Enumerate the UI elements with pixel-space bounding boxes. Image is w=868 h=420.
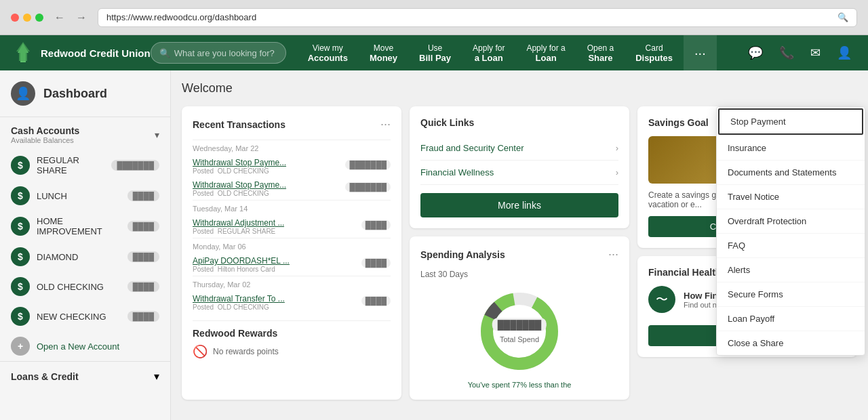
transaction-amount: ████ bbox=[361, 220, 391, 230]
dropdown-item-loan-payoff[interactable]: Loan Payoff bbox=[717, 307, 865, 331]
nav-more-button[interactable]: ··· bbox=[684, 35, 717, 70]
chevron-right-icon: › bbox=[616, 167, 618, 177]
quick-links-header: Quick Links bbox=[420, 117, 618, 128]
transaction-meta: Posted OLD CHECKING bbox=[193, 303, 285, 311]
chevron-right-icon: › bbox=[616, 143, 618, 153]
account-icon-old-checking: $ bbox=[11, 277, 30, 296]
open-account-icon: + bbox=[11, 337, 30, 356]
spending-analysis-title: Spending Analysis bbox=[420, 249, 505, 260]
account-icon-regular-share: $ bbox=[11, 156, 30, 175]
account-balance: ████ bbox=[127, 311, 159, 322]
donut-chart-container: ███████ Total Spend You've spent 77% les… bbox=[420, 287, 618, 389]
nav-items: View my Accounts Move Money Use Bill Pay… bbox=[297, 35, 743, 70]
quick-link-label: Financial Wellness bbox=[420, 167, 494, 177]
back-button[interactable]: ← bbox=[52, 9, 68, 26]
transaction-meta: Posted Hilton Honors Card bbox=[193, 266, 290, 273]
account-balance: ████ bbox=[127, 221, 159, 232]
account-item-regular-share[interactable]: $ REGULAR SHARE ███████ bbox=[0, 150, 170, 181]
maximize-button[interactable] bbox=[35, 14, 43, 22]
total-spend-amount: ███████ bbox=[492, 318, 547, 331]
nav-apply-loan-2[interactable]: Apply for a Loan bbox=[515, 35, 576, 70]
mail-button[interactable]: ✉ bbox=[805, 40, 826, 66]
nav-card-disputes[interactable]: Card Disputes bbox=[625, 35, 684, 70]
address-bar[interactable]: 🔍 bbox=[98, 8, 857, 27]
account-item-new-checking[interactable]: $ NEW CHECKING ████ bbox=[0, 301, 170, 331]
phone-button[interactable]: 📞 bbox=[774, 40, 800, 66]
nav-view-accounts[interactable]: View my Accounts bbox=[297, 35, 359, 70]
transaction-amount: ███████ bbox=[345, 160, 391, 169]
dropdown-item-secure-forms[interactable]: Secure Forms bbox=[717, 282, 865, 307]
minimize-button[interactable] bbox=[23, 14, 31, 22]
transaction-amount: ████ bbox=[361, 296, 391, 306]
rewards-item: 🚫 No rewards points bbox=[193, 339, 391, 364]
nav-bill-pay[interactable]: Use Bill Pay bbox=[408, 35, 462, 70]
spending-analysis-menu[interactable]: ··· bbox=[608, 247, 618, 261]
main-layout: 👤 Dashboard Cash Accounts Available Bala… bbox=[0, 70, 868, 420]
transaction-desc[interactable]: Withdrawal Transfer To ... bbox=[193, 294, 285, 303]
transaction-desc[interactable]: Withdrawal Stop Payme... bbox=[193, 180, 286, 190]
right-column: Savings Goal 💰 Create a savings goal bbox=[637, 106, 857, 400]
dropdown-item-overdraft[interactable]: Overdraft Protection bbox=[717, 209, 865, 234]
transaction-amount: ████ bbox=[361, 258, 391, 268]
recent-transactions-header: Recent Transactions ··· bbox=[193, 117, 391, 131]
transaction-desc[interactable]: Withdrawal Stop Payme... bbox=[193, 158, 286, 167]
cash-accounts-chevron[interactable]: ▾ bbox=[155, 129, 159, 140]
transaction-date: Tuesday, Mar 14 bbox=[193, 200, 391, 215]
table-row: Withdrawal Adjustment ... Posted REGULAR… bbox=[193, 215, 391, 238]
available-balances-label: Available Balances bbox=[11, 136, 79, 144]
account-icon-diamond: $ bbox=[11, 247, 30, 266]
dropdown-item-documents[interactable]: Documents and Statements bbox=[717, 161, 865, 185]
account-item-old-checking[interactable]: $ OLD CHECKING ████ bbox=[0, 272, 170, 301]
app-header: Redwood Credit Union 🔍 View my Accounts … bbox=[0, 35, 868, 70]
logo-icon bbox=[11, 41, 35, 65]
account-item-home-improvement[interactable]: $ HOME IMPROVEMENT ████ bbox=[0, 211, 170, 242]
rewards-title: Redwood Rewards bbox=[193, 328, 391, 339]
transaction-desc[interactable]: Withdrawal Adjustment ... bbox=[193, 218, 284, 228]
account-balance: ████ bbox=[127, 251, 159, 262]
transaction-desc[interactable]: ApiPay DOORDASH*EL ... bbox=[193, 256, 290, 266]
quick-link-fraud[interactable]: Fraud and Security Center › bbox=[420, 136, 618, 161]
dropdown-item-close-share[interactable]: Close a Share bbox=[717, 331, 865, 355]
user-button[interactable]: 👤 bbox=[831, 40, 857, 66]
table-row: ApiPay DOORDASH*EL ... Posted Hilton Hon… bbox=[193, 253, 391, 276]
sidebar: 👤 Dashboard Cash Accounts Available Bala… bbox=[0, 70, 171, 420]
transaction-date: Wednesday, Mar 22 bbox=[193, 140, 391, 155]
dropdown-item-alerts[interactable]: Alerts bbox=[717, 258, 865, 282]
dropdown-item-travel[interactable]: Travel Notice bbox=[717, 185, 865, 209]
welcome-text: Welcome bbox=[182, 81, 857, 96]
search-bar[interactable]: 🔍 bbox=[151, 42, 286, 64]
account-item-lunch[interactable]: $ LUNCH ████ bbox=[0, 181, 170, 211]
open-new-account[interactable]: + Open a New Account bbox=[0, 331, 170, 361]
more-links-button[interactable]: More links bbox=[420, 193, 618, 217]
loans-credit-header[interactable]: Loans & Credit ▾ bbox=[0, 362, 170, 388]
address-input[interactable] bbox=[106, 12, 832, 22]
account-icon-home-improvement: $ bbox=[11, 217, 30, 236]
chat-button[interactable]: 💬 bbox=[743, 40, 768, 66]
content-area: Welcome Recent Transactions ··· Wednesda… bbox=[171, 70, 868, 420]
account-balance: ████ bbox=[127, 281, 159, 292]
recent-transactions-card: Recent Transactions ··· Wednesday, Mar 2… bbox=[182, 106, 401, 400]
forward-button[interactable]: → bbox=[73, 9, 90, 26]
recent-transactions-menu[interactable]: ··· bbox=[380, 117, 391, 131]
dashboard-title: Dashboard bbox=[43, 87, 107, 101]
account-name: DIAMOND bbox=[37, 252, 121, 262]
dropdown-item-faq[interactable]: FAQ bbox=[717, 234, 865, 258]
rewards-no-points: No rewards points bbox=[213, 347, 279, 356]
spending-analysis-card: Spending Analysis ··· Last 30 Days bbox=[410, 236, 629, 400]
nav-move-money[interactable]: Move Money bbox=[359, 35, 408, 70]
transaction-date: Thursday, Mar 02 bbox=[193, 276, 391, 291]
account-name: HOME IMPROVEMENT bbox=[37, 216, 121, 236]
quick-links-title: Quick Links bbox=[420, 117, 474, 128]
dropdown-item-stop-payment[interactable]: Stop Payment bbox=[718, 108, 863, 135]
table-row: Withdrawal Stop Payme... Posted OLD CHEC… bbox=[193, 155, 391, 177]
account-item-diamond[interactable]: $ DIAMOND ████ bbox=[0, 242, 170, 272]
transaction-amount: ███████ bbox=[345, 182, 391, 192]
close-button[interactable] bbox=[11, 14, 19, 22]
nav-open-share[interactable]: Open a Share bbox=[576, 35, 625, 70]
table-row: Withdrawal Transfer To ... Posted OLD CH… bbox=[193, 291, 391, 314]
dropdown-item-insurance[interactable]: Insurance bbox=[717, 136, 865, 161]
dropdown-menu: Stop Payment Insurance Documents and Sta… bbox=[716, 106, 865, 356]
quick-link-wellness[interactable]: Financial Wellness › bbox=[420, 161, 618, 185]
nav-apply-loan-1[interactable]: Apply for a Loan bbox=[462, 35, 515, 70]
search-input[interactable] bbox=[174, 48, 276, 58]
